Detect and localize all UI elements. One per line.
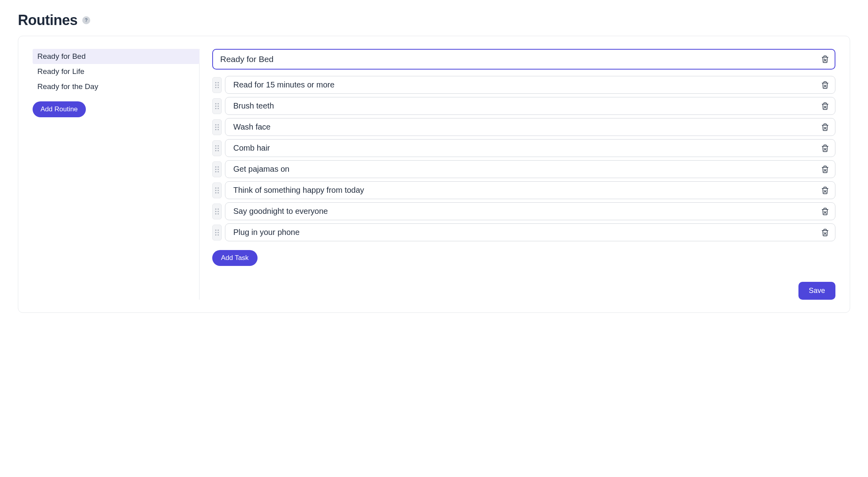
routines-sidebar: Ready for BedReady for LifeReady for the… bbox=[33, 49, 200, 300]
delete-task-icon[interactable] bbox=[821, 207, 829, 215]
task-row bbox=[212, 181, 835, 199]
add-task-button[interactable]: Add Task bbox=[212, 250, 258, 266]
svg-point-50 bbox=[215, 208, 217, 209]
drag-handle-icon[interactable] bbox=[212, 225, 222, 240]
svg-point-55 bbox=[218, 213, 219, 214]
save-button[interactable]: Save bbox=[798, 282, 835, 300]
svg-point-36 bbox=[215, 169, 217, 170]
svg-point-4 bbox=[215, 84, 217, 85]
svg-point-5 bbox=[218, 84, 219, 85]
svg-point-45 bbox=[218, 190, 219, 191]
task-row bbox=[212, 76, 835, 94]
svg-point-44 bbox=[215, 190, 217, 191]
delete-task-icon[interactable] bbox=[821, 102, 829, 110]
drag-handle-icon[interactable] bbox=[212, 119, 222, 135]
task-input[interactable] bbox=[225, 160, 835, 178]
delete-routine-icon[interactable] bbox=[821, 55, 829, 63]
svg-point-46 bbox=[215, 192, 217, 193]
task-row bbox=[212, 97, 835, 115]
svg-point-31 bbox=[218, 150, 219, 151]
sidebar-routine-item[interactable]: Ready for the Day bbox=[33, 79, 200, 94]
svg-point-20 bbox=[215, 126, 217, 128]
svg-point-11 bbox=[218, 103, 219, 104]
svg-point-2 bbox=[215, 82, 217, 83]
sidebar-routine-item[interactable]: Ready for Bed bbox=[33, 49, 200, 64]
delete-task-icon[interactable] bbox=[821, 229, 829, 237]
svg-point-47 bbox=[218, 192, 219, 193]
svg-point-12 bbox=[215, 105, 217, 107]
help-icon[interactable]: ? bbox=[82, 16, 90, 24]
svg-point-42 bbox=[215, 187, 217, 188]
svg-point-54 bbox=[215, 213, 217, 214]
svg-point-43 bbox=[218, 187, 219, 188]
sidebar-routine-item[interactable]: Ready for Life bbox=[33, 64, 200, 79]
routine-name-input[interactable] bbox=[212, 49, 835, 70]
svg-point-18 bbox=[215, 124, 217, 125]
svg-point-22 bbox=[215, 129, 217, 130]
delete-task-icon[interactable] bbox=[821, 165, 829, 173]
task-row bbox=[212, 223, 835, 241]
svg-point-58 bbox=[215, 229, 217, 231]
task-input[interactable] bbox=[225, 223, 835, 241]
svg-point-13 bbox=[218, 105, 219, 107]
svg-point-10 bbox=[215, 103, 217, 104]
routine-editor: Add Task Save bbox=[200, 49, 835, 300]
svg-point-53 bbox=[218, 211, 219, 212]
svg-point-51 bbox=[218, 208, 219, 209]
svg-point-28 bbox=[215, 147, 217, 149]
svg-point-30 bbox=[215, 150, 217, 151]
svg-point-37 bbox=[218, 169, 219, 170]
task-input[interactable] bbox=[225, 97, 835, 115]
routines-panel: Ready for BedReady for LifeReady for the… bbox=[18, 36, 850, 313]
svg-point-29 bbox=[218, 147, 219, 149]
svg-point-19 bbox=[218, 124, 219, 125]
svg-point-3 bbox=[218, 82, 219, 83]
svg-point-52 bbox=[215, 211, 217, 212]
svg-point-38 bbox=[215, 171, 217, 172]
svg-point-34 bbox=[215, 166, 217, 167]
delete-task-icon[interactable] bbox=[821, 123, 829, 131]
svg-point-7 bbox=[218, 87, 219, 88]
svg-point-59 bbox=[218, 229, 219, 231]
drag-handle-icon[interactable] bbox=[212, 98, 222, 114]
svg-point-63 bbox=[218, 234, 219, 235]
svg-point-35 bbox=[218, 166, 219, 167]
task-row bbox=[212, 160, 835, 178]
drag-handle-icon[interactable] bbox=[212, 182, 222, 198]
svg-point-61 bbox=[218, 232, 219, 233]
drag-handle-icon[interactable] bbox=[212, 77, 222, 93]
page-title: Routines bbox=[18, 12, 78, 29]
task-row bbox=[212, 202, 835, 220]
svg-point-60 bbox=[215, 232, 217, 233]
task-input[interactable] bbox=[225, 139, 835, 157]
drag-handle-icon[interactable] bbox=[212, 161, 222, 177]
svg-point-39 bbox=[218, 171, 219, 172]
delete-task-icon[interactable] bbox=[821, 144, 829, 152]
task-row bbox=[212, 139, 835, 157]
task-input[interactable] bbox=[225, 118, 835, 136]
svg-point-27 bbox=[218, 145, 219, 146]
svg-point-23 bbox=[218, 129, 219, 130]
svg-point-15 bbox=[218, 108, 219, 109]
add-routine-button[interactable]: Add Routine bbox=[33, 101, 86, 117]
delete-task-icon[interactable] bbox=[821, 81, 829, 89]
drag-handle-icon[interactable] bbox=[212, 204, 222, 219]
svg-point-62 bbox=[215, 234, 217, 235]
svg-point-6 bbox=[215, 87, 217, 88]
task-input[interactable] bbox=[225, 76, 835, 94]
svg-point-26 bbox=[215, 145, 217, 146]
task-input[interactable] bbox=[225, 202, 835, 220]
task-input[interactable] bbox=[225, 181, 835, 199]
svg-point-21 bbox=[218, 126, 219, 128]
svg-point-14 bbox=[215, 108, 217, 109]
delete-task-icon[interactable] bbox=[821, 186, 829, 194]
drag-handle-icon[interactable] bbox=[212, 140, 222, 156]
task-row bbox=[212, 118, 835, 136]
